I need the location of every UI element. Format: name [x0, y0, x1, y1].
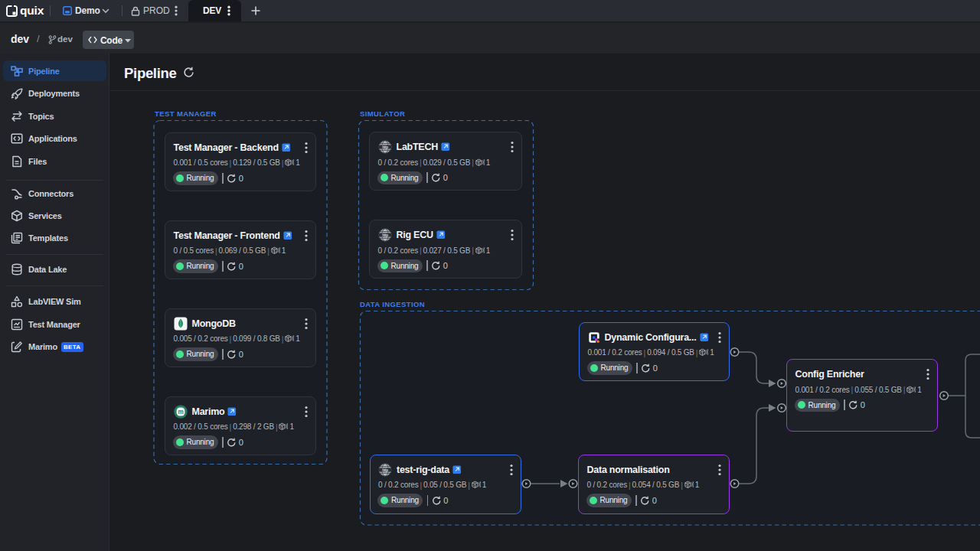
svg-text:http: http — [382, 468, 388, 471]
svg-text:http: http — [382, 233, 388, 237]
svg-text:http: http — [382, 145, 388, 149]
svg-text:m: m — [178, 409, 183, 416]
